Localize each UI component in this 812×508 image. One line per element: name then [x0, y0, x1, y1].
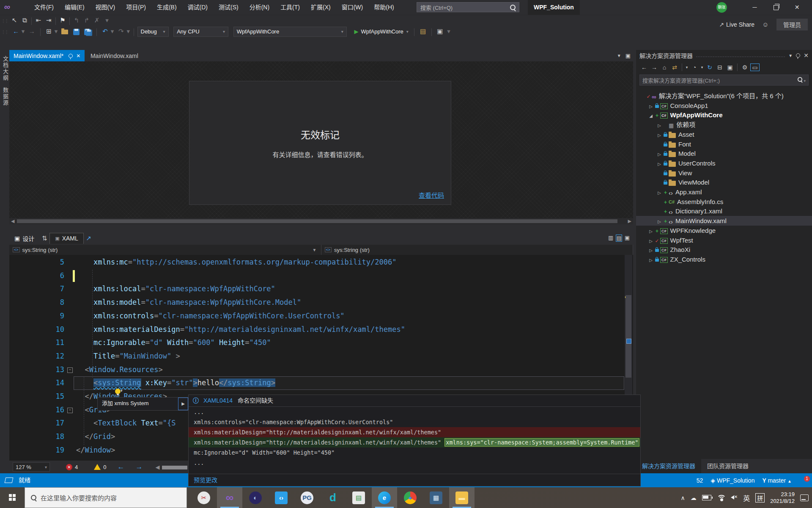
start-button[interactable]	[0, 487, 25, 508]
tree-item-zhaoxi[interactable]: ▷C#ZhaoXi	[636, 245, 812, 254]
home-icon[interactable]: ⌂	[660, 64, 669, 71]
tree-item-view[interactable]: View	[636, 168, 812, 178]
chevron-down-icon[interactable]: ▾	[700, 65, 704, 69]
navigate-back-icon[interactable]: ←	[117, 463, 124, 471]
tree-item-consoleapp1[interactable]: ▷C#ConsoleApp1	[636, 101, 812, 110]
menu-t[interactable]: 工具(T)	[275, 0, 305, 15]
action-center-icon[interactable]	[800, 494, 809, 501]
split-horizontal-icon[interactable]: ▤	[616, 235, 622, 242]
scrollbar-thumb[interactable]	[17, 219, 617, 223]
taskbar-clock[interactable]: 23:192021/8/12	[770, 491, 795, 505]
branch-indicator[interactable]: Y master ▲	[762, 477, 792, 484]
active-files-chevron-icon[interactable]: ▼	[617, 53, 621, 58]
chevron-down-icon[interactable]: ▼	[313, 248, 317, 252]
scrollbar-thumb[interactable]	[625, 295, 631, 378]
pin-icon[interactable]	[796, 53, 800, 58]
sync-folder-icon[interactable]: ⇄	[670, 64, 679, 71]
quick-search-input[interactable]: 搜索 (Ctrl+Q)	[417, 2, 519, 12]
wrench-icon[interactable]: ⚙	[740, 64, 749, 71]
warning-count[interactable]: 0	[94, 464, 106, 470]
back-chevron-icon[interactable]: ▾	[21, 26, 25, 36]
tree-item-assemblyinfo-cs[interactable]: +C#AssemblyInfo.cs	[636, 197, 812, 207]
split-vertical-icon[interactable]: ▥	[608, 235, 613, 242]
menu-h[interactable]: 帮助(H)	[368, 0, 399, 15]
designer-horizontal-scrollbar[interactable]: ◀ ▶	[9, 218, 633, 224]
feedback-icon[interactable]: ☺	[760, 19, 771, 30]
platform-dropdown[interactable]: Any CPU▾	[173, 27, 228, 37]
redo-icon[interactable]: ↷	[116, 26, 126, 36]
start-debugging-button[interactable]: ▶ WpfAppWithCore▾	[351, 27, 411, 37]
open-folder-icon[interactable]	[60, 26, 70, 36]
tree-item----[interactable]: ▷ ▦依赖项	[636, 120, 812, 130]
tab-mainwindow-xaml[interactable]: MainWindow.xaml	[86, 50, 143, 61]
lightbulb-quick-action[interactable]: ▾	[115, 389, 129, 398]
tree-item-viewmodel[interactable]: ViewModel	[636, 177, 812, 187]
tree-item-wpfknowledge[interactable]: ▷+C#WPFKnowledge	[636, 226, 812, 235]
menu-v[interactable]: 视图(V)	[90, 0, 121, 15]
menu-e[interactable]: 编辑(E)	[59, 0, 90, 15]
menu-w[interactable]: 窗口(W)	[336, 0, 369, 15]
chevron-down-icon[interactable]: ▾	[685, 65, 689, 69]
scroll-left-icon[interactable]: ◀	[11, 218, 14, 224]
configuration-dropdown[interactable]: Debug▾	[137, 27, 169, 37]
taskbar-file-explorer-button[interactable]: ▬	[449, 487, 475, 508]
tree-item-solution[interactable]: ✓∞解决方案“WPF_Solution”(6 个项目，共 6 个)	[636, 91, 812, 101]
navigate-forward-icon[interactable]: →	[135, 463, 143, 471]
taskbar-d-tool-button[interactable]: d	[320, 487, 346, 508]
tree-item-model[interactable]: ▷Model	[636, 149, 812, 158]
close-icon[interactable]: ✕	[804, 52, 809, 59]
copy-icon[interactable]: ⧉	[19, 15, 30, 25]
ime-pinyin-indicator[interactable]: 拼	[755, 493, 765, 502]
startup-project-dropdown[interactable]: WpfAppWithCore▾	[233, 27, 347, 37]
new-file-icon[interactable]: ⊞	[44, 26, 54, 36]
tree-item-mainwindow-xaml[interactable]: ▷+‹›MainWindow.xaml	[636, 216, 812, 226]
close-icon[interactable]: ✕	[76, 53, 80, 59]
view-code-link[interactable]: 查看代码	[419, 190, 444, 199]
forward-icon[interactable]: →	[27, 26, 37, 36]
tree-item-font[interactable]: Font	[636, 139, 812, 149]
data-sources-tab[interactable]: 数据源	[1, 87, 9, 106]
pointer-icon[interactable]: ↖	[9, 15, 19, 25]
back-icon[interactable]: ←	[639, 64, 649, 71]
menu-n[interactable]: 分析(N)	[244, 0, 275, 15]
tree-item-wpfappwithcore[interactable]: ◢+C#WpfAppWithCore	[636, 110, 812, 120]
window-layout-icon[interactable]: ▣	[625, 52, 631, 59]
menu-f[interactable]: 文件(F)	[29, 0, 59, 15]
menu-s[interactable]: 测试(S)	[213, 0, 244, 15]
hidden-icons-chevron-icon[interactable]: ∧	[681, 494, 685, 501]
bookmark-icon[interactable]: ⚑	[58, 15, 68, 25]
tree-item-usercontrols[interactable]: ▷UserControls	[636, 158, 812, 168]
refresh-icon[interactable]: ↻	[705, 64, 714, 71]
ime-language-indicator[interactable]: 英	[743, 493, 750, 503]
repo-indicator[interactable]: ◈ WPF_Solution	[710, 477, 754, 484]
pin-icon[interactable]	[69, 54, 73, 58]
menu-b[interactable]: 生成(B)	[151, 0, 182, 15]
tree-item-asset[interactable]: ▷Asset	[636, 130, 812, 139]
menu-d[interactable]: 调试(D)	[182, 0, 213, 15]
wifi-icon[interactable]	[717, 495, 725, 501]
live-share-button[interactable]: ↗Live Share	[719, 21, 754, 28]
tab-team-explorer[interactable]: 团队资源管理器	[701, 459, 754, 473]
taskbar-snipping-tool-button[interactable]: ✂	[191, 487, 217, 508]
bookmark-clear-icon[interactable]: ✗	[92, 15, 102, 25]
volume-muted-icon[interactable]: ✕	[731, 494, 738, 501]
redo-chevron-icon[interactable]: ▾	[126, 26, 130, 36]
back-icon[interactable]: ←	[11, 26, 21, 36]
error-count[interactable]: ✕4	[66, 464, 78, 470]
bookmark-next-icon[interactable]: ↱	[82, 15, 92, 25]
pending-changes-icon[interactable]: ◔	[690, 64, 699, 71]
chevron-down-icon[interactable]: ▼	[788, 53, 793, 58]
properties-icon[interactable]: ▣	[725, 64, 735, 71]
quick-action-menu[interactable]: 添加 xmlns System ▶	[97, 397, 189, 411]
taskbar-diagram-tool-button[interactable]: ▤	[346, 487, 371, 508]
expand-pane-icon[interactable]: ▣	[625, 235, 630, 242]
tree-item-wpftest[interactable]: ▷✓C#WpfTest	[636, 235, 812, 245]
preview-image-icon[interactable]: ▣	[435, 26, 445, 36]
tab-mainwindow-xaml-active[interactable]: MainWindow.xaml* ✕	[9, 50, 85, 61]
indent-in-icon[interactable]: ⇥	[44, 15, 54, 25]
swap-panes-icon[interactable]: ⇅	[39, 233, 49, 243]
taskbar-eclipse-button[interactable]: ◐	[243, 487, 268, 508]
onedrive-icon[interactable]: ☁	[691, 494, 697, 501]
document-outline-tab[interactable]: 文档大纲	[1, 56, 9, 81]
save-all-icon[interactable]	[83, 26, 93, 36]
